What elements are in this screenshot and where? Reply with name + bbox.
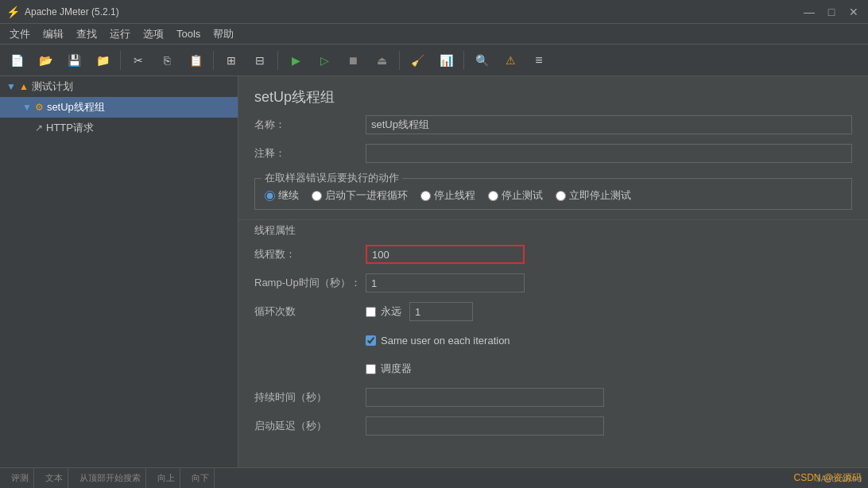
- radio-next-loop-label: 启动下一进程循环: [325, 188, 408, 203]
- collapse-button[interactable]: [246, 48, 273, 73]
- loop-count-input[interactable]: [409, 302, 473, 321]
- main-layout: ▼ ▲ 测试计划 ▼ ⚙ setUp线程组 ↗ HTTP请求 setUp线程组 …: [0, 76, 868, 467]
- menu-edit[interactable]: 编辑: [37, 25, 70, 44]
- report-button[interactable]: [432, 48, 459, 73]
- open-button[interactable]: [32, 48, 59, 73]
- radio-stop-thread-label: 停止线程: [434, 188, 475, 203]
- same-user-checkbox[interactable]: Same user on each iteration: [366, 335, 510, 347]
- radio-stop-now-label: 立即停止测试: [569, 188, 631, 203]
- search-button[interactable]: [468, 48, 495, 73]
- loop-forever-checkbox[interactable]: 永远: [366, 304, 401, 319]
- paste-button[interactable]: [182, 48, 209, 73]
- comment-row: 注释：: [254, 143, 852, 164]
- status-down: 向下: [187, 468, 215, 488]
- app-title: Apache JMeter (5.2.1): [25, 6, 862, 17]
- title-bar: ⚡ Apache JMeter (5.2.1) — □ ✕: [0, 0, 868, 24]
- radio-continue-input[interactable]: [265, 191, 275, 201]
- menu-file[interactable]: 文件: [3, 25, 37, 44]
- radio-stop-thread-input[interactable]: [420, 191, 431, 201]
- status-up: 向上: [153, 468, 180, 488]
- warn-button[interactable]: [497, 48, 524, 73]
- scheduler-input[interactable]: [366, 364, 376, 374]
- radio-stop-test-label: 停止测试: [502, 188, 543, 203]
- cut-button[interactable]: [125, 48, 152, 73]
- panel-title: setUp线程组: [238, 76, 868, 114]
- tree-item-httprequest[interactable]: ↗ HTTP请求: [0, 118, 238, 138]
- rampup-row: Ramp-Up时间（秒）：: [254, 273, 852, 293]
- scheduler-label: 调度器: [381, 362, 412, 376]
- radio-next-loop-input[interactable]: [312, 191, 322, 201]
- radio-stop-test-input[interactable]: [488, 191, 498, 201]
- arrow-icon: ↗: [35, 122, 43, 134]
- toolbar-sep-3: [277, 51, 278, 70]
- scheduler-checkbox[interactable]: 调度器: [366, 362, 412, 376]
- saveas-button[interactable]: [89, 48, 116, 73]
- tree-item-threadgroup[interactable]: ▼ ⚙ setUp线程组: [0, 97, 238, 118]
- name-section: 名称： 注释：: [238, 114, 868, 178]
- loop-forever-label: 永远: [381, 304, 401, 319]
- menu-help[interactable]: 帮助: [207, 25, 240, 44]
- loop-count-label: 循环次数: [254, 304, 366, 319]
- delay-input[interactable]: [366, 416, 604, 436]
- maximize-button[interactable]: □: [823, 6, 839, 18]
- new-button[interactable]: [3, 48, 30, 73]
- same-user-input[interactable]: [366, 335, 376, 346]
- comment-label: 注释：: [254, 146, 366, 161]
- radio-stop-now[interactable]: 立即停止测试: [556, 188, 631, 203]
- delay-row: 启动延迟（秒）: [254, 416, 852, 436]
- menu-options[interactable]: 选项: [137, 25, 170, 44]
- menu-run[interactable]: 运行: [103, 25, 137, 44]
- thread-count-input[interactable]: [366, 245, 525, 264]
- status-bar: 评测 文本 从顶部开始搜索 向上 向下 3AutouiRod CSDN @资源码: [0, 467, 868, 488]
- loop-count-row: 循环次数 永远: [254, 301, 852, 322]
- error-action-group: 在取样器错误后要执行的动作 继续 启动下一进程循环 停止线程 停止测试: [254, 178, 852, 210]
- list-button[interactable]: [525, 48, 552, 73]
- close-button[interactable]: ✕: [846, 6, 862, 18]
- menu-bar: 文件 编辑 查找 运行 选项 Tools 帮助: [0, 24, 868, 45]
- minimize-button[interactable]: —: [801, 6, 817, 18]
- menu-tools[interactable]: Tools: [170, 25, 207, 42]
- run-selected-button[interactable]: [311, 48, 338, 73]
- radio-continue-label: 继续: [278, 188, 299, 203]
- comment-input[interactable]: [366, 144, 852, 163]
- thread-props-section: 线程数： Ramp-Up时间（秒）： 循环次数 永远: [238, 244, 868, 451]
- gear-icon: ⚙: [35, 102, 44, 113]
- duration-label: 持续时间（秒）: [254, 390, 366, 405]
- menu-find[interactable]: 查找: [70, 25, 103, 44]
- radio-next-loop[interactable]: 启动下一进程循环: [312, 188, 408, 203]
- thread-props-title: 线程属性: [238, 219, 868, 244]
- tree-item-testplan[interactable]: ▼ ▲ 测试计划: [0, 76, 238, 97]
- status-text: 文本: [41, 468, 68, 488]
- tree-item-testplan-label: 测试计划: [32, 79, 73, 94]
- toolbar-sep-5: [463, 51, 464, 70]
- status-evaluate: 评测: [6, 468, 34, 488]
- stop-button[interactable]: [339, 48, 366, 73]
- save-button[interactable]: [60, 48, 87, 73]
- scheduler-row: 调度器: [254, 358, 852, 379]
- copy-button[interactable]: [153, 48, 180, 73]
- collapse-icon: ▼: [22, 102, 32, 113]
- app-icon: ⚡: [6, 6, 20, 18]
- name-label: 名称：: [254, 118, 366, 132]
- toolbar-sep-1: [120, 51, 121, 70]
- same-user-label: Same user on each iteration: [381, 335, 510, 347]
- same-user-row: Same user on each iteration: [254, 330, 852, 351]
- stop-all-button[interactable]: [368, 48, 395, 73]
- csdn-watermark: CSDN @资源码: [793, 471, 862, 485]
- status-search-top: 从顶部开始搜索: [75, 468, 146, 488]
- radio-stop-thread[interactable]: 停止线程: [420, 188, 475, 203]
- radio-continue[interactable]: 继续: [265, 188, 299, 203]
- loop-forever-input[interactable]: [366, 307, 376, 317]
- run-button[interactable]: [282, 48, 309, 73]
- right-panel: setUp线程组 名称： 注释： 在取样器错误后要执行的动作 继续: [238, 76, 868, 467]
- rampup-label: Ramp-Up时间（秒）：: [254, 276, 366, 290]
- expand-button[interactable]: [218, 48, 245, 73]
- triangle-icon: ▼: [6, 81, 16, 92]
- duration-input[interactable]: [366, 388, 604, 407]
- radio-stop-now-input[interactable]: [556, 191, 566, 201]
- name-input[interactable]: [366, 115, 852, 134]
- clear-button[interactable]: [404, 48, 431, 73]
- rampup-input[interactable]: [366, 273, 525, 292]
- radio-stop-test[interactable]: 停止测试: [488, 188, 543, 203]
- tree-item-httprequest-label: HTTP请求: [46, 121, 94, 135]
